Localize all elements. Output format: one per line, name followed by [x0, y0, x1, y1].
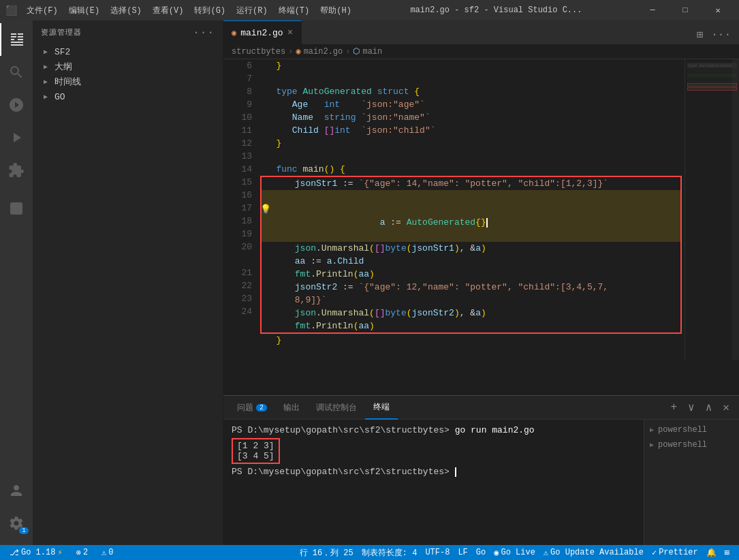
menu-file[interactable]: 文件(F) [22, 3, 62, 18]
sidebar-item-outline[interactable]: ▶ 大纲 [33, 59, 223, 74]
split-editor-button[interactable]: ⊞ [694, 25, 706, 44]
expand-arrow-outline: ▶ [44, 63, 54, 71]
maximize-button[interactable]: □ [670, 0, 701, 20]
triangle-icon-2: ▶ [650, 441, 654, 449]
bell-icon: 🔔 [706, 548, 717, 558]
menu-run[interactable]: 运行(R) [232, 3, 272, 18]
prettier-label: Prettier [659, 548, 698, 557]
editor-area: ◉ main2.go × ⊞ ··· structbytes › ◉ main2… [223, 20, 739, 545]
sidebar-label-go: GO [54, 92, 65, 102]
window-controls[interactable]: ─ □ ✕ [637, 0, 734, 20]
panel-tab-debug-console[interactable]: 调试控制台 [308, 396, 365, 420]
activity-search[interactable] [0, 56, 33, 89]
code-line-10: Name string `json:"name"` [260, 111, 682, 124]
activity-run-debug[interactable] [0, 121, 33, 154]
terminal-down-button[interactable]: ∨ [684, 398, 699, 417]
code-line-9: Age int `json:"age"` [260, 98, 682, 111]
status-go-live[interactable]: ◉ Go Live [490, 545, 539, 560]
expand-arrow-go: ▶ [44, 93, 54, 101]
status-line-col[interactable]: 行 16，列 25 [296, 545, 358, 560]
breadcrumb: structbytes › ◉ main2.go › ⬡ main [223, 44, 739, 59]
status-encoding[interactable]: UTF-8 [421, 545, 454, 560]
code-line-6: } [260, 59, 682, 72]
line-col-label: 行 16，列 25 [300, 547, 353, 559]
error-icon: ⊗ [76, 548, 81, 558]
go-file-icon: ◉ [232, 28, 236, 38]
activity-settings[interactable]: 1 [0, 507, 33, 540]
activity-explorer[interactable] [0, 23, 33, 56]
status-language[interactable]: Go [472, 545, 490, 560]
code-line-23: } [260, 334, 682, 347]
sidebar-item-go[interactable]: ▶ GO [33, 89, 223, 104]
tab-actions[interactable]: ⊞ ··· [694, 25, 739, 44]
warning-count: 0 [108, 548, 113, 557]
sidebar-more-button[interactable]: ··· [193, 27, 215, 39]
activity-bottom: 1 [0, 474, 33, 545]
more-tabs-button[interactable]: ··· [708, 26, 734, 44]
status-go-version[interactable]: ⎇ Go 1.18 ⚡ [5, 545, 67, 560]
status-warnings[interactable]: ⚠ 0 [97, 545, 117, 560]
status-errors[interactable]: ⊗ 2 [72, 545, 92, 560]
language-label: Go [476, 548, 486, 557]
menu-help[interactable]: 帮助(H) [316, 3, 356, 18]
panel-close-button[interactable]: ✕ [719, 398, 734, 417]
activity-account[interactable] [0, 474, 33, 507]
powershell-instance-1[interactable]: ▶ powershell [644, 422, 739, 437]
sidebar-title: 资源管理器 [41, 27, 82, 37]
breadcrumb-structbytes[interactable]: structbytes [232, 47, 285, 57]
menu-select[interactable]: 选择(S) [106, 3, 146, 18]
powershell-instance-2[interactable]: ▶ powershell [644, 437, 739, 452]
indent-label: 制表符长度: 4 [362, 547, 418, 559]
activity-extensions[interactable] [0, 154, 33, 187]
breadcrumb-main[interactable]: main [362, 47, 382, 57]
panel-tab-terminal[interactable]: 终端 [365, 396, 398, 420]
menu-goto[interactable]: 转到(G) [190, 3, 230, 18]
output-line-1: [1 2 3] [237, 441, 274, 451]
status-eol[interactable]: LF [454, 545, 471, 560]
terminal-up-button[interactable]: ∧ [702, 398, 717, 417]
minimize-button[interactable]: ─ [637, 0, 668, 20]
terminal-main[interactable]: PS D:\mysetup\gopath\src\sf2\structbytes… [223, 420, 644, 545]
sidebar-item-sf2[interactable]: ▶ SF2 [33, 44, 223, 59]
panel-tab-output[interactable]: 输出 [275, 396, 308, 420]
triangle-icon-1: ▶ [650, 426, 654, 434]
activity-source-control[interactable] [0, 89, 33, 121]
status-extra-icon[interactable]: ⊞ [721, 545, 734, 560]
code-line-24 [260, 347, 682, 360]
code-line-8: type AutoGenerated struct { [260, 85, 682, 98]
close-button[interactable]: ✕ [702, 0, 734, 20]
breadcrumb-main2go[interactable]: main2.go [304, 47, 343, 57]
terminal-side-panel: ▶ powershell ▶ powershell [644, 420, 739, 545]
warning-triangle-icon: ⚠ [544, 548, 548, 558]
panel-tab-problems[interactable]: 问题 2 [229, 396, 275, 420]
status-indent[interactable]: 制表符长度: 4 [358, 545, 422, 560]
warning-icon: ⚠ [101, 548, 106, 558]
breadcrumb-sep1: › [288, 47, 293, 57]
status-go-update[interactable]: ⚠ Go Update Available [539, 545, 648, 560]
sidebar-item-timeline[interactable]: ▶ 时间线 [33, 74, 223, 89]
terminal-line-1: PS D:\mysetup\gopath\src\sf2\structbytes… [232, 425, 635, 435]
menu-bar[interactable]: 文件(F) 编辑(E) 选择(S) 查看(V) 转到(G) 运行(R) 终端(T… [22, 3, 356, 18]
code-line-14: func main() { [260, 163, 682, 176]
encoding-label: UTF-8 [425, 548, 450, 557]
tab-close-button[interactable]: × [287, 27, 293, 38]
new-terminal-button[interactable]: + [666, 399, 681, 416]
terminal-panel: 问题 2 输出 调试控制台 终端 + ∨ ∧ [223, 395, 739, 545]
panel-tabs: 问题 2 输出 调试控制台 终端 + ∨ ∧ [223, 396, 739, 420]
activity-docker[interactable] [0, 192, 33, 225]
menu-edit[interactable]: 编辑(E) [65, 3, 104, 18]
tab-main2go[interactable]: ◉ main2.go × [223, 20, 302, 44]
panel-tab-debug-label: 调试控制台 [316, 402, 357, 414]
go-version-label: Go 1.18 [21, 548, 55, 557]
menu-terminal[interactable]: 终端(T) [274, 3, 314, 18]
sidebar-header: 资源管理器 ··· [33, 20, 223, 44]
status-notifications-icon[interactable]: 🔔 [702, 545, 721, 560]
status-prettier[interactable]: ✓ Prettier [648, 545, 702, 560]
code-lines: } type AutoGenerated struct { Age int `j… [257, 59, 685, 360]
eol-label: LF [458, 548, 467, 557]
code-editor[interactable]: 6 7 8 9 10 11 12 13 14 15 16 17 18 19 [223, 59, 739, 395]
panel-actions[interactable]: + ∨ ∧ ✕ [666, 398, 734, 417]
terminal-output-section: [1 2 3] [3 4 5] [232, 438, 635, 464]
go-update-label: Go Update Available [550, 548, 644, 557]
menu-view[interactable]: 查看(V) [148, 3, 188, 18]
